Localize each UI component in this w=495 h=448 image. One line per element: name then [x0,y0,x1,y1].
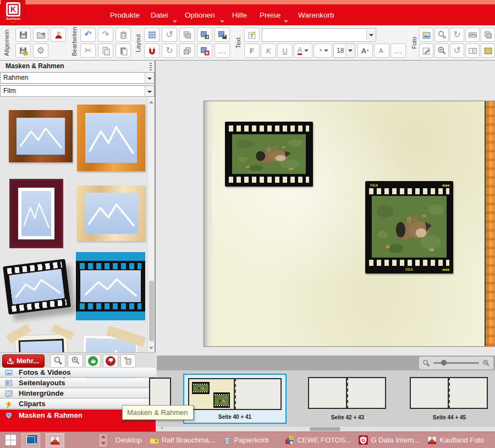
add-text-button[interactable] [244,28,260,42]
scroll-left-icon[interactable] [158,427,163,429]
save-button[interactable] [15,28,31,42]
menu-optionen[interactable]: Optionen [183,11,217,19]
bring-forward-button[interactable] [179,28,195,42]
magnet-icon [147,46,157,56]
font-color-button[interactable]: A [294,43,312,58]
menu-datei[interactable]: Datei [148,11,170,19]
paste-icon [119,46,128,56]
layout-more-button[interactable]: … [215,43,230,58]
menu-produkte[interactable]: Produkte [108,11,142,19]
menu-hilfe[interactable]: Hilfe [230,11,249,19]
task-view-button[interactable] [21,433,40,447]
settings-button[interactable]: ⚙ [33,43,48,58]
paste-button[interactable] [116,43,131,58]
font-family-dropdown-arrow[interactable] [366,29,375,41]
dislike-button[interactable] [103,354,118,368]
category-select[interactable]: Rahmen [0,72,155,84]
right-page-edge[interactable] [485,101,494,346]
sidebar-item-fotos-videos[interactable]: Fotos & Videos [0,368,156,378]
editor-canvas[interactable]: 08A ◀◀◀ 08A ◀◀◀ [157,61,495,356]
redo-button[interactable]: ↷ [98,28,113,42]
spread-40-41[interactable]: Seite 40 + 41 [183,374,287,424]
frame-thumb-maroon[interactable] [9,179,63,248]
photobook-page[interactable]: 08A ◀◀◀ 08A ◀◀◀ [204,101,495,347]
taskbar-papierkorb[interactable]: Papierkorb [223,436,269,445]
font-smaller-button[interactable]: A- [374,43,389,58]
apply-layout-button[interactable] [197,28,212,42]
font-size-dropdown-arrow[interactable] [345,45,354,57]
photo-layers-button[interactable] [481,28,495,42]
zoom-slider-knob[interactable] [441,360,447,365]
snap-magnet-button[interactable] [144,43,160,58]
grid-icon [147,30,157,40]
photo-rotate-right-button[interactable]: ↻ [450,28,464,42]
assistant-button[interactable] [51,28,66,42]
grid-button[interactable] [144,28,160,42]
sidebar-item-seitenlayouts[interactable]: Seitenlayouts [0,378,156,388]
taskbar-kaufland-foto[interactable]: Kaufland Foto [427,435,484,445]
italic-button[interactable]: K [261,43,276,58]
filmstrip-scrollbar[interactable] [157,427,495,431]
delete-layout-button[interactable] [197,43,212,58]
taskbar-folder-ralf[interactable]: Ralf Brauchma... [150,435,215,445]
photo-frame-button[interactable] [481,43,495,58]
photo-edit-button[interactable] [419,43,433,58]
panel-scrollbar[interactable] [147,98,155,352]
more-content-button[interactable]: Mehr... [2,354,45,368]
frame-thumb-film-selected[interactable] [76,252,145,320]
scroll-up-icon[interactable] [149,101,153,103]
subcategory-select-arrow[interactable] [145,86,154,96]
menu-preise[interactable]: Preise [257,11,283,19]
frame-thumb-film-tilted[interactable] [3,256,72,321]
rotate-left-button[interactable]: ↺ [162,28,177,42]
panorama-button[interactable] [465,28,480,42]
scroll-down-icon[interactable] [149,347,153,349]
font-family-select[interactable] [262,28,376,42]
font-size-select[interactable]: 18 [333,43,355,58]
save-as-button[interactable] [15,43,31,58]
photo-rotate-left-button[interactable]: ↺ [450,43,464,58]
book-spread-button[interactable] [465,43,480,58]
frame-thumb-dark-wood[interactable] [9,110,73,162]
panel-grip[interactable] [150,63,152,70]
bold-button[interactable]: F [244,43,260,58]
photo-film-frame-2[interactable]: 08A ◀◀◀ 08A ◀◀◀ [365,181,453,274]
photo-search-button[interactable] [435,28,449,42]
text-more-button[interactable]: … [391,43,406,58]
copy-button[interactable] [98,43,113,58]
sidebar-item-hintergruende[interactable]: Hintergründe [0,389,156,398]
cut-button[interactable]: ✂ [80,43,96,58]
photo-zoom-button[interactable] [435,43,449,58]
panel-scrollbar-thumb[interactable] [149,281,154,341]
frame-thumb-orange-wood[interactable] [77,105,145,171]
filmstrip-scrollbar-thumb[interactable] [310,427,340,431]
font-bigger-button[interactable]: A+ [358,43,373,58]
start-button[interactable] [6,435,16,445]
zoom-in-thumbs-button[interactable] [68,354,83,368]
taskbar-desktop[interactable]: Desktop [116,436,142,444]
subcategory-select[interactable]: Film [0,85,155,97]
zoom-out-thumbs-button[interactable] [50,354,65,368]
taskbar-gdata[interactable]: G Data Intern... [359,435,420,445]
save-layout-button[interactable] [215,28,230,42]
delete-button[interactable] [116,28,131,42]
fotowelt-app-button[interactable] [46,433,64,447]
taskbar-spinner[interactable] [98,433,108,447]
underline-button[interactable]: U [277,43,293,58]
photo-film-frame-1[interactable] [225,122,313,187]
frame-thumb-light-wood[interactable] [77,185,145,241]
zoom-in-icon[interactable] [482,359,490,367]
zoom-slider[interactable] [433,362,479,364]
open-button[interactable] [33,28,48,42]
taskbar-cewe[interactable]: CEWE FOTOS... [285,435,351,445]
add-photo-button[interactable] [419,28,433,42]
menu-warenkorb[interactable]: Warenkorb [296,11,337,19]
remove-content-button[interactable] [120,354,136,368]
like-button[interactable] [85,354,101,368]
zoom-out-icon[interactable] [422,359,430,367]
undo-button[interactable]: ↶ [80,28,96,42]
category-select-arrow[interactable] [145,73,154,83]
send-back-button[interactable] [179,43,195,58]
fill-color-button[interactable]: ◔ [314,43,332,58]
rotate-right-button[interactable]: ↻ [162,43,177,58]
